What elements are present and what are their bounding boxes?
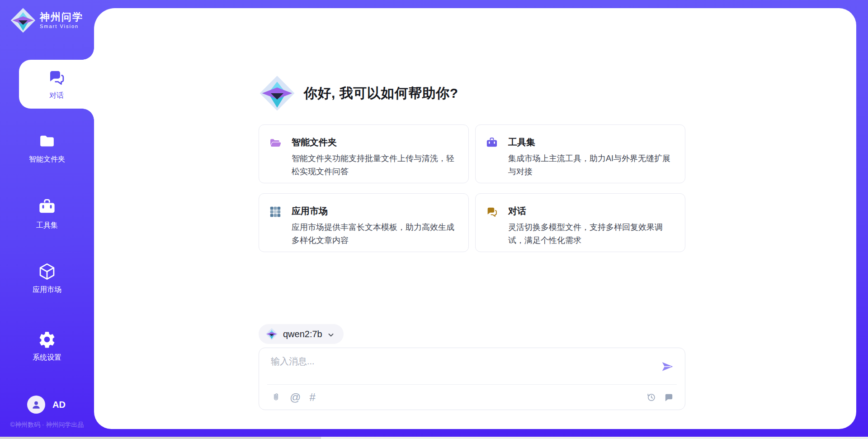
logo-diamond-icon [265, 328, 278, 340]
logo-diamond-icon [259, 75, 296, 112]
card-description: 灵活切换多模型文件，支持多样回复效果调试，满足个性化需求 [508, 221, 678, 247]
model-selector[interactable]: qwen2:7b [259, 324, 344, 344]
user-initials: AD [52, 400, 66, 410]
at-sign-icon[interactable]: @ [290, 392, 301, 402]
sidebar-item-smart-folder[interactable]: 智能文件夹 [0, 124, 94, 172]
sidebar-item-chat[interactable]: 对话 [19, 60, 94, 109]
chat-icon [486, 205, 498, 218]
app-root: { "brand": { "title": "神州问学", "subtitle"… [0, 0, 868, 439]
card-title: 应用市场 [292, 205, 461, 218]
paperclip-icon[interactable] [271, 392, 281, 402]
sidebar-item-settings[interactable]: 系统设置 [0, 322, 94, 371]
sidebar-item-app-market[interactable]: 应用市场 [0, 254, 94, 303]
toolbox-icon [486, 137, 498, 149]
user-profile[interactable]: AD [27, 396, 66, 414]
composer-toolbar: @ # [271, 385, 674, 410]
hash-icon[interactable]: # [309, 392, 315, 402]
main-content: 你好, 我可以如何帮助你? 智能文件夹 智能文件夹功能支持批量文件上传与清洗，轻… [259, 8, 685, 429]
feature-cards: 智能文件夹 智能文件夹功能支持批量文件上传与清洗，轻松实现文件问答 工具集 集成… [259, 124, 685, 252]
sidebar-item-label: 智能文件夹 [29, 155, 65, 164]
folder-icon [38, 132, 57, 151]
sidebar-item-label: 系统设置 [33, 353, 61, 363]
cube-icon [38, 262, 57, 281]
brand-logo: 神州问学 Smart Vision [10, 7, 83, 33]
card-smart-folder[interactable]: 智能文件夹 智能文件夹功能支持批量文件上传与清洗，轻松实现文件问答 [259, 124, 469, 183]
card-title: 智能文件夹 [292, 136, 461, 149]
toolbox-icon [38, 198, 57, 217]
grid-icon [269, 205, 282, 218]
send-icon [660, 360, 674, 373]
card-title: 工具集 [508, 136, 678, 149]
main-surface: 你好, 我可以如何帮助你? 智能文件夹 智能文件夹功能支持批量文件上传与清洗，轻… [94, 8, 856, 429]
gear-icon [38, 330, 57, 349]
send-button[interactable] [660, 360, 674, 373]
scrollbar-thumb[interactable] [0, 437, 321, 439]
composer-tools-right [646, 392, 674, 402]
sidebar: 神州问学 Smart Vision 对话 智能文件夹 [0, 0, 94, 439]
chevron-down-icon [327, 331, 335, 339]
card-description: 智能文件夹功能支持批量文件上传与清洗，轻松实现文件问答 [292, 152, 461, 178]
history-icon[interactable] [646, 392, 656, 402]
card-chat[interactable]: 对话 灵活切换多模型文件，支持多样回复效果调试，满足个性化需求 [475, 193, 685, 252]
greeting-title: 你好, 我可以如何帮助你? [304, 84, 458, 103]
brand-text: 神州问学 Smart Vision [40, 12, 83, 29]
brand-title: 神州问学 [40, 12, 83, 23]
composer-tools-left: @ # [271, 392, 316, 402]
card-description: 集成市场上主流工具，助力AI与外界无缝扩展与对接 [508, 152, 678, 178]
chat-filled-icon[interactable] [664, 392, 674, 402]
logo-diamond-icon [10, 7, 36, 33]
avatar [27, 396, 45, 414]
greeting-row: 你好, 我可以如何帮助你? [259, 75, 458, 112]
card-toolset[interactable]: 工具集 集成市场上主流工具，助力AI与外界无缝扩展与对接 [475, 124, 685, 183]
sidebar-item-label: 对话 [49, 91, 64, 100]
sidebar-item-label: 应用市场 [33, 285, 61, 295]
message-input[interactable] [271, 355, 653, 381]
message-composer: @ # [259, 348, 685, 410]
folder-open-icon [269, 137, 282, 149]
brand-subtitle: Smart Vision [40, 24, 83, 29]
user-avatar-icon [30, 399, 42, 410]
chat-icon [47, 68, 66, 87]
sidebar-item-toolset[interactable]: 工具集 [0, 190, 94, 239]
copyright-footer: ©神州数码 · 神州问学出品 [0, 421, 94, 429]
card-title: 对话 [508, 205, 678, 218]
horizontal-scrollbar[interactable] [0, 437, 868, 439]
card-app-market[interactable]: 应用市场 应用市场提供丰富长文本模板，助力高效生成多样化文章内容 [259, 193, 469, 252]
model-name: qwen2:7b [283, 329, 322, 339]
sidebar-item-label: 工具集 [36, 221, 58, 230]
card-description: 应用市场提供丰富长文本模板，助力高效生成多样化文章内容 [292, 221, 461, 247]
